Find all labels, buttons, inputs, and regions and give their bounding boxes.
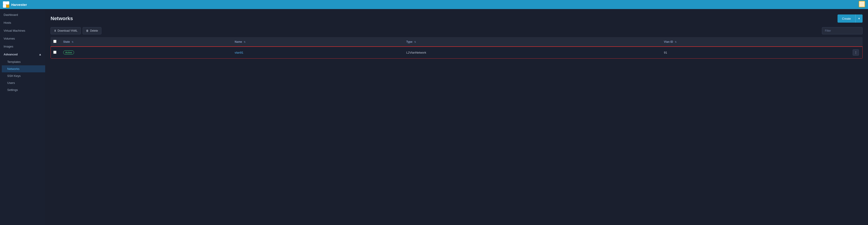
create-button[interactable]: Create bbox=[838, 15, 855, 23]
table-row[interactable]: Active vlan91 L2VlanNetwork 91 bbox=[51, 47, 863, 59]
td-state: Active bbox=[60, 47, 231, 59]
svg-rect-6 bbox=[862, 1, 865, 4]
td-name[interactable]: vlan91 bbox=[231, 47, 403, 59]
th-vlan-id-label: Vlan ID bbox=[664, 40, 673, 44]
brand-name: Harvester bbox=[11, 3, 27, 6]
sidebar-item-volumes-label: Volumes bbox=[4, 37, 15, 40]
th-type-label: Type bbox=[406, 40, 412, 44]
th-state-label: State bbox=[63, 40, 70, 44]
download-icon: ⬇ bbox=[54, 29, 56, 32]
sidebar-item-templates[interactable]: Templates bbox=[2, 58, 45, 65]
sidebar-item-vms-label: Virtual Machines bbox=[4, 29, 25, 32]
sidebar-item-networks[interactable]: Networks bbox=[2, 65, 45, 73]
page-header: Networks Create ▼ bbox=[51, 15, 863, 23]
sidebar: Dashboard Hosts Virtual Machines Volumes… bbox=[0, 9, 45, 225]
delete-label: Delete bbox=[90, 29, 98, 32]
topbar-user-icon[interactable] bbox=[859, 1, 865, 8]
svg-rect-5 bbox=[859, 1, 862, 4]
svg-rect-8 bbox=[862, 4, 865, 7]
main-layout: Dashboard Hosts Virtual Machines Volumes… bbox=[0, 9, 868, 225]
networks-table: State ⇅ Name ⇅ Type ⇅ Vlan ID bbox=[51, 37, 863, 59]
td-row-actions: ⋮ bbox=[849, 47, 863, 59]
sidebar-item-images-label: Images bbox=[4, 45, 13, 48]
th-name[interactable]: Name ⇅ bbox=[231, 37, 403, 47]
brand: Harvester bbox=[3, 1, 27, 8]
sort-vlan-icon: ⇅ bbox=[675, 41, 677, 43]
create-chevron-button[interactable]: ▼ bbox=[855, 15, 863, 23]
sidebar-item-volumes[interactable]: Volumes bbox=[0, 35, 45, 43]
sidebar-item-networks-label: Networks bbox=[7, 67, 20, 71]
header-actions: Create ▼ bbox=[838, 15, 863, 23]
harvester-logo-icon bbox=[3, 1, 9, 8]
sidebar-item-dashboard-label: Dashboard bbox=[4, 13, 18, 17]
sort-type-icon: ⇅ bbox=[414, 41, 416, 43]
toolbar-left: ⬇ Download YAML 🗑 Delete bbox=[51, 27, 101, 34]
sidebar-advanced-subitems: Templates Networks SSH Keys Users Settin… bbox=[0, 58, 45, 93]
sidebar-item-ssh-keys-label: SSH Keys bbox=[7, 74, 21, 78]
chevron-down-icon: ▼ bbox=[858, 17, 860, 20]
networks-table-container: State ⇅ Name ⇅ Type ⇅ Vlan ID bbox=[51, 37, 863, 59]
status-badge: Active bbox=[63, 50, 74, 55]
svg-rect-3 bbox=[6, 4, 9, 8]
sidebar-item-templates-label: Templates bbox=[7, 60, 21, 63]
sidebar-item-images[interactable]: Images bbox=[0, 43, 45, 50]
page-title: Networks bbox=[51, 16, 73, 22]
sidebar-item-users-label: Users bbox=[7, 81, 15, 85]
table-header-row: State ⇅ Name ⇅ Type ⇅ Vlan ID bbox=[51, 37, 863, 47]
delete-button[interactable]: 🗑 Delete bbox=[83, 27, 101, 34]
network-type: L2VlanNetwork bbox=[406, 51, 426, 54]
trash-icon: 🗑 bbox=[86, 29, 89, 32]
svg-rect-7 bbox=[859, 4, 862, 7]
th-select-all[interactable] bbox=[51, 37, 60, 47]
sidebar-item-settings[interactable]: Settings bbox=[2, 86, 45, 93]
td-checkbox[interactable] bbox=[51, 47, 60, 59]
sidebar-item-virtual-machines[interactable]: Virtual Machines bbox=[0, 27, 45, 35]
ellipsis-vertical-icon: ⋮ bbox=[854, 51, 858, 54]
th-vlan-id[interactable]: Vlan ID ⇅ bbox=[660, 37, 849, 47]
user-settings-icon[interactable] bbox=[859, 1, 865, 7]
td-vlan-id: 91 bbox=[660, 47, 849, 59]
sidebar-item-settings-label: Settings bbox=[7, 88, 18, 91]
sort-name-icon: ⇅ bbox=[244, 41, 245, 43]
sidebar-section-advanced-label: Advanced bbox=[4, 53, 18, 56]
network-vlan-id: 91 bbox=[664, 51, 667, 54]
download-yaml-button[interactable]: ⬇ Download YAML bbox=[51, 27, 81, 34]
sidebar-item-ssh-keys[interactable]: SSH Keys bbox=[2, 73, 45, 79]
svg-rect-2 bbox=[3, 4, 6, 8]
row-action-button[interactable]: ⋮ bbox=[852, 49, 859, 56]
svg-rect-0 bbox=[3, 1, 6, 4]
select-all-checkbox[interactable] bbox=[53, 40, 57, 43]
toolbar: ⬇ Download YAML 🗑 Delete bbox=[51, 27, 863, 34]
th-row-actions bbox=[849, 37, 863, 47]
svg-rect-1 bbox=[6, 1, 9, 4]
topbar: Harvester bbox=[0, 0, 868, 9]
content-area: Networks Create ▼ ⬇ Download YAML 🗑 Dele… bbox=[45, 9, 868, 225]
td-type: L2VlanNetwork bbox=[403, 47, 660, 59]
th-type[interactable]: Type ⇅ bbox=[403, 37, 660, 47]
download-yaml-label: Download YAML bbox=[58, 29, 78, 32]
sort-state-icon: ⇅ bbox=[71, 41, 73, 43]
sidebar-item-hosts[interactable]: Hosts bbox=[0, 19, 45, 27]
filter-input[interactable] bbox=[822, 27, 863, 34]
network-name-link[interactable]: vlan91 bbox=[235, 51, 243, 54]
th-state[interactable]: State ⇅ bbox=[60, 37, 231, 47]
sidebar-item-users[interactable]: Users bbox=[2, 79, 45, 86]
row-checkbox[interactable] bbox=[53, 51, 57, 54]
sidebar-section-advanced[interactable]: Advanced ▲ bbox=[0, 50, 45, 58]
sidebar-item-hosts-label: Hosts bbox=[4, 21, 11, 24]
toolbar-right bbox=[822, 27, 863, 34]
chevron-up-icon: ▲ bbox=[39, 53, 41, 56]
th-name-label: Name bbox=[235, 40, 242, 44]
sidebar-item-dashboard[interactable]: Dashboard bbox=[0, 11, 45, 19]
